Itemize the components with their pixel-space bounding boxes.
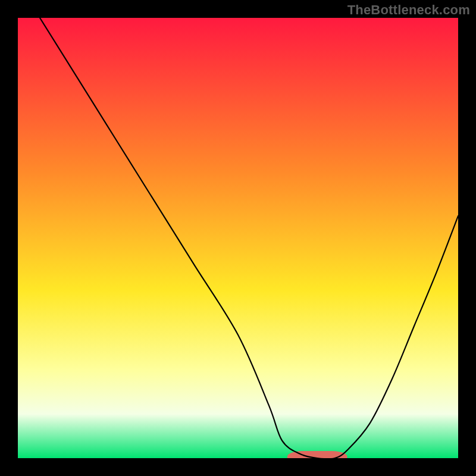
plot-area bbox=[18, 18, 458, 458]
bottleneck-chart bbox=[0, 0, 476, 476]
flat-region-highlight bbox=[291, 455, 344, 457]
chart-container: TheBottleneck.com bbox=[0, 0, 476, 476]
attribution-label: TheBottleneck.com bbox=[347, 2, 470, 18]
